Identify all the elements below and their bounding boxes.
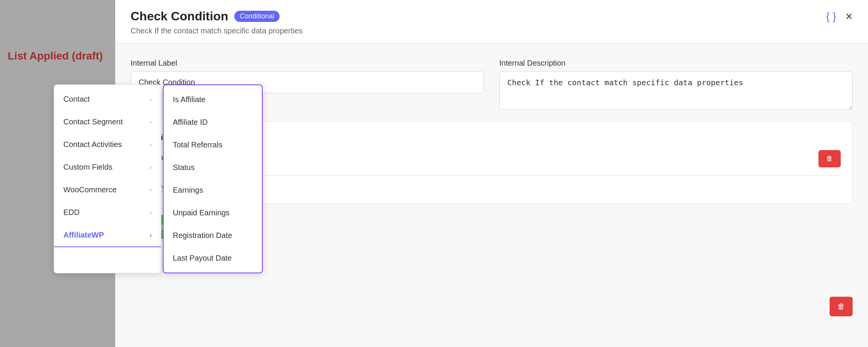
dropdown-item-contact-segment[interactable]: Contact Segment › (54, 111, 161, 133)
dropdown-item-edd[interactable]: EDD › (54, 201, 161, 224)
affiliate-id-label: Affiliate ID (173, 118, 208, 127)
status-label: Status (173, 163, 195, 172)
dropdown-item-custom-fields[interactable]: Custom Fields › (54, 156, 161, 178)
trash-icon: 🗑 (826, 155, 833, 162)
dropdown-right-item-earnings[interactable]: Earnings (164, 179, 262, 202)
dropdown-item-contact-activities[interactable]: Contact Activities › (54, 133, 161, 156)
dropdown-item-affiliatewp[interactable]: AffiliateWP › (54, 224, 161, 247)
chevron-right-icon: › (150, 96, 152, 103)
dropdown-right-item-affiliate-id[interactable]: Affiliate ID (164, 111, 262, 134)
dropdown-item-contact-activities-label: Contact Activities (63, 140, 122, 149)
modal-header-left: Check Condition Conditional Check If the… (131, 9, 303, 35)
modal-title: Check Condition (131, 9, 228, 23)
dropdown-item-woocommerce-label: WooCommerce (63, 185, 117, 194)
dropdown-item-contact-label: Contact (63, 95, 90, 104)
dropdown-item-woocommerce[interactable]: WooCommerce › (54, 178, 161, 201)
dropdown-right-item-status[interactable]: Status (164, 156, 262, 179)
chevron-right-icon-6: › (150, 209, 152, 216)
dropdown-right-item-is-affiliate[interactable]: Is Affiliate (164, 88, 262, 111)
modal-header-right: { } × (826, 9, 853, 23)
dropdown-left: Contact › Contact Segment › Contact Acti… (54, 84, 161, 273)
last-payout-date-label: Last Payout Date (173, 254, 232, 263)
dropdown-right-item-total-referrals[interactable]: Total Referrals (164, 134, 262, 156)
internal-description-group: Internal Description Check If the contac… (499, 59, 853, 110)
chevron-right-icon-7: › (150, 232, 152, 239)
modal-subtitle: Check If the contact match specific data… (131, 26, 303, 35)
conditional-badge: Conditional (234, 11, 280, 22)
dropdown-item-contact[interactable]: Contact › (54, 88, 161, 111)
chevron-right-icon-3: › (150, 141, 152, 148)
dropdown-right-item-unpaid-earnings[interactable]: Unpaid Earnings (164, 202, 262, 224)
internal-description-textarea[interactable]: Check If the contact match specific data… (499, 71, 853, 110)
dropdown-item-affiliatewp-label: AffiliateWP (63, 231, 104, 240)
dropdown-item-custom-fields-label: Custom Fields (63, 163, 113, 172)
chevron-right-icon-4: › (150, 164, 152, 171)
registration-date-label: Registration Date (173, 231, 232, 240)
dropdown-right: Is Affiliate Affiliate ID Total Referral… (163, 84, 263, 273)
dropdown-item-contact-segment-label: Contact Segment (63, 117, 123, 126)
is-affiliate-label: Is Affiliate (173, 95, 205, 104)
chevron-right-icon-5: › (150, 187, 152, 193)
dropdown-right-item-last-payout-date[interactable]: Last Payout Date (164, 247, 262, 269)
total-referrals-label: Total Referrals (173, 140, 222, 149)
internal-description-label: Internal Description (499, 59, 853, 68)
modal-header: Check Condition Conditional Check If the… (115, 0, 868, 43)
unpaid-earnings-label: Unpaid Earnings (173, 208, 230, 217)
bottom-delete-button[interactable]: 🗑 (830, 297, 853, 316)
chevron-right-icon-2: › (150, 119, 152, 126)
earnings-label: Earnings (173, 186, 203, 195)
internal-label-label: Internal Label (131, 59, 484, 68)
modal-title-row: Check Condition Conditional (131, 9, 303, 23)
dropdown-item-edd-label: EDD (63, 208, 80, 217)
dropdown-container: Contact › Contact Segment › Contact Acti… (54, 84, 263, 273)
dropdown-right-item-registration-date[interactable]: Registration Date (164, 224, 262, 247)
bottom-trash-icon: 🗑 (837, 302, 845, 311)
code-icon[interactable]: { } (826, 10, 836, 23)
close-button[interactable]: × (845, 9, 853, 23)
delete-row-button[interactable]: 🗑 (818, 150, 841, 167)
